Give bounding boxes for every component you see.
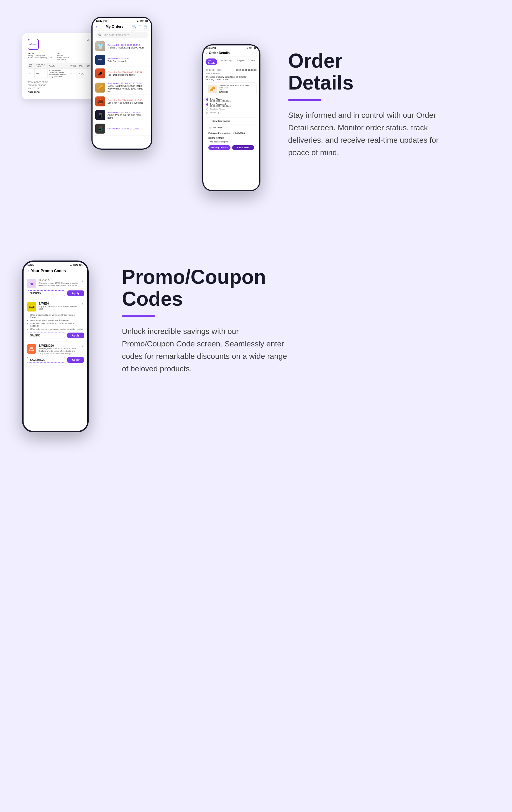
promo-image: 🛍 — [27, 279, 36, 288]
orders-header: ‹ My Orders 🔍 ♡ 🛒 — [93, 23, 151, 30]
seller-name: Time square empire — [206, 141, 257, 144]
section-underline — [288, 99, 321, 101]
header-icons[interactable]: 🔍 ♡ 🛒 — [132, 25, 148, 29]
tab-all-details[interactable]: All Details — [206, 58, 217, 65]
re-order-button[interactable]: 🛒 Re-Order › — [206, 124, 257, 131]
promo-underline — [122, 315, 155, 317]
download-invoice-button[interactable]: ☰ Download Invoice › — [206, 117, 257, 124]
status-icons: ▲ WiFi 50% — [70, 264, 83, 266]
promo-header: ‹ Your Promo Codes — [24, 267, 87, 276]
timeline-dot-empty — [206, 108, 208, 111]
promo-phone: 12:35 ▲ WiFi 50% ‹ Your Promo Codes 🛍 SH… — [22, 261, 89, 432]
phones-cluster: eShop Mo. 9876543210 FROM: eShop – Anony… — [22, 17, 261, 211]
status-bar: 12:21 PM ▲WiFi⬛ — [203, 46, 259, 50]
list-item[interactable]: 🥜 Received On 2024-05-01 15:09:10 100% N… — [93, 80, 151, 95]
order-details-section: eShop Mo. 9876543210 FROM: eShop – Anony… — [0, 0, 512, 233]
status-bar: 12:20 PM ▲ WiFi ⬛ — [93, 18, 151, 23]
product-image: TATA — [95, 55, 105, 65]
timeline-dot — [206, 98, 208, 100]
promo-details-list: Offer is applicable on Minimum Order val… — [27, 314, 84, 330]
product-image: 🌶 — [95, 68, 105, 79]
list-item[interactable]: 📱 Received On 2024-05-01 02:18:37 › — [93, 122, 151, 136]
tab-processing[interactable]: Processing — [218, 58, 234, 65]
invoice-logo: eShop — [28, 39, 39, 50]
promo-description: Unlock incredible savings with our Promo… — [122, 325, 288, 375]
search-icon[interactable]: 🔍 — [132, 25, 136, 29]
get-shop-direction-button[interactable]: Get Shop Direction — [208, 145, 231, 150]
chevron-right-icon: › — [148, 45, 149, 48]
chevron-right-icon: › — [148, 114, 149, 117]
product-image: 📱 — [95, 110, 105, 120]
chevron-right-icon: › — [253, 126, 254, 129]
promo-item-savebig20: BIGSALE SAVEBIG20 Save big! Get 20% off … — [24, 342, 87, 366]
apply-shop15-button[interactable]: Apply — [67, 290, 84, 296]
list-item[interactable]: 🌶 Cancelled On 2024-05-02 13:43:37 Toor … — [93, 67, 151, 80]
call-to-seller-button[interactable]: Call to Seller — [232, 145, 254, 150]
cart-icon: 🛒 — [208, 126, 212, 129]
chevron-right-icon: › — [148, 127, 149, 130]
search-bar[interactable]: 🔍 Find order items here... — [95, 32, 149, 38]
search-icon-small: 🔍 — [98, 33, 101, 36]
promo-code-save50: SAVE50 — [27, 332, 65, 338]
status-bar: 12:35 ▲ WiFi 50% — [24, 262, 87, 267]
promo-image: SALE — [27, 302, 36, 312]
section-heading: Order Details — [288, 50, 490, 94]
chevron-right-icon: › — [253, 120, 254, 122]
orders-title: My Orders — [106, 24, 123, 29]
chevron-up-icon[interactable]: ∧ — [82, 302, 84, 306]
wishlist-icon[interactable]: ♡ — [139, 25, 142, 29]
chevron-down-icon[interactable]: ∨ — [82, 344, 84, 348]
promo-code-shop15: SHOP15 — [27, 290, 65, 296]
product-image: 🥜 — [95, 83, 105, 92]
order-details-title: Order Details — [209, 51, 230, 55]
product-card: 🥜 100% Natural Californian Insh... Size:… — [206, 82, 257, 95]
product-image: 🥜 — [208, 85, 217, 93]
back-button[interactable]: ‹ — [27, 268, 29, 273]
back-button[interactable]: ‹ — [96, 25, 97, 29]
promo-text-section: Promo/Coupon Codes Unlock incredible sav… — [105, 250, 490, 375]
list-item[interactable]: 🌰 Cancelled On 2024-05-01 15:10:06 Dry F… — [93, 95, 151, 108]
apply-savebig20-button[interactable]: Apply — [67, 357, 84, 363]
seller-details-label: Seller Details — [206, 136, 257, 141]
document-icon: ☰ — [208, 119, 211, 122]
order-detail-phone: 12:21 PM ▲WiFi⬛ ‹ Order Details All Deta… — [202, 44, 261, 191]
order-details-header: ‹ Order Details — [203, 50, 259, 57]
order-details-tabs[interactable]: All Details Processing Shipped Pick — [203, 57, 259, 67]
promo-image: BIGSALE — [27, 344, 36, 354]
timeline-dot-empty — [206, 112, 208, 114]
tab-shipped[interactable]: Shipped — [235, 58, 247, 65]
promo-section: 12:35 ▲ WiFi 50% ‹ Your Promo Codes 🛍 SH… — [0, 233, 512, 455]
list-item[interactable]: 👕 Received On 2024-05-03 10:17:34 T-Shir… — [93, 40, 151, 53]
cart-icon[interactable]: 🛒 — [144, 25, 148, 29]
list-item[interactable]: TATA Received On 2024-05-02 Tata Salt Io… — [93, 53, 151, 67]
chevron-right-icon: › — [148, 100, 149, 103]
section-description: Stay informed and in control with our Or… — [288, 109, 454, 159]
list-item[interactable]: 📱 Received On 2024-05-01 14:38:42 Apple … — [93, 108, 151, 122]
estimate-pickup: Estimate PickUp time: 25-03-2024 — [206, 131, 257, 136]
chevron-right-icon: › — [148, 86, 149, 89]
promo-title: Your Promo Codes — [31, 268, 66, 273]
order-timeline: Order Placed 25-03-2024 18:50:08pm Order… — [206, 97, 257, 116]
chevron-right-icon: › — [148, 58, 149, 61]
chevron-right-icon: › — [148, 72, 149, 75]
product-image: 🌰 — [95, 96, 105, 107]
status-icons: ▲WiFi⬛ — [246, 47, 257, 49]
timeline-dot — [206, 104, 208, 106]
back-button[interactable]: ‹ — [206, 51, 207, 55]
seller-actions: Get Shop Direction Call to Seller — [206, 144, 257, 152]
promo-item-save50: SALE SAVE50 Enjoy an exclusive 50% disco… — [24, 299, 87, 342]
order-details-text: Order Details Stay informed and in contr… — [272, 17, 490, 159]
promo-item-shop15: 🛍 SHOP15 Shop now, save 15%! Discover am… — [24, 276, 87, 299]
tab-pick[interactable]: Pick — [248, 58, 257, 65]
product-image: 👕 — [95, 41, 105, 51]
chevron-down-icon[interactable]: ∨ — [82, 279, 84, 283]
my-orders-phone: 12:20 PM ▲ WiFi ⬛ ‹ My Orders 🔍 ♡ 🛒 — [91, 17, 152, 150]
promo-heading: Promo/Coupon Codes — [122, 266, 490, 310]
promo-code-savebig20: SAVEBIG20 — [27, 357, 65, 363]
order-details-content: Order ID - 9013 2024-03-25 18:50:08 OTP … — [203, 67, 259, 187]
product-image: 📱 — [95, 124, 105, 134]
apply-save50-button[interactable]: Apply — [67, 332, 84, 338]
status-icons: ▲ WiFi ⬛ — [137, 20, 148, 22]
